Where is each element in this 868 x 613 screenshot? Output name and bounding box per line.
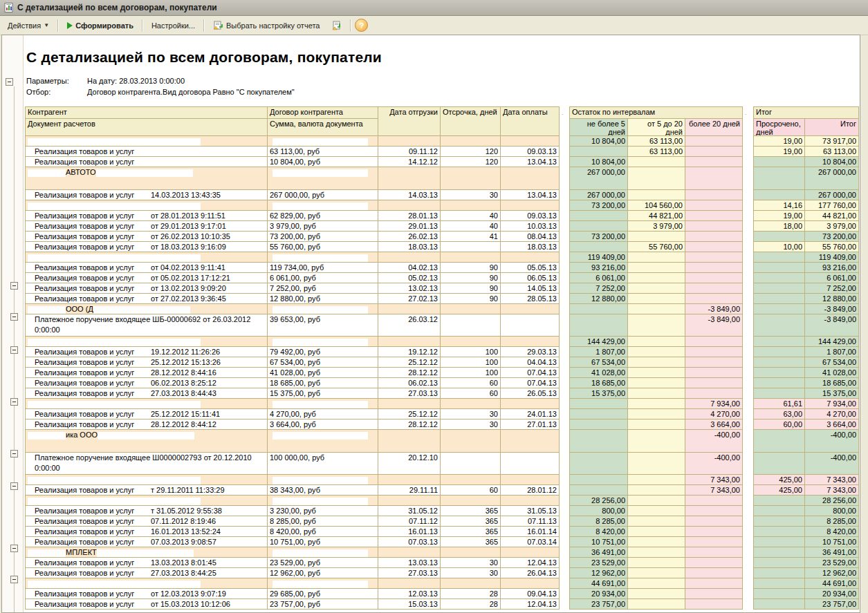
spacer-cell	[560, 304, 569, 314]
redacted-text	[273, 306, 368, 314]
spacer-cell	[560, 378, 569, 388]
document-row[interactable]: Реализация товаров и услуг27.03.2013 8:4…	[25, 568, 860, 578]
group-row[interactable]: 73 200,00104 560,0014,16177 760,00	[25, 200, 860, 211]
header-intervals-group: Остаток по интервалам	[569, 106, 743, 119]
collapse-toggle-group[interactable]	[10, 482, 18, 490]
document-row[interactable]: Реализация товаров и услуг27.03.2013 8:4…	[25, 388, 860, 399]
pay-date-cell	[501, 200, 560, 211]
collapse-toggle-group[interactable]	[10, 313, 18, 321]
interval-over20-cell	[685, 190, 743, 200]
total-cell: 55 760,00	[805, 242, 859, 252]
document-row[interactable]: Реализация товаров и услуг25.12.2012 15:…	[25, 357, 860, 368]
spacer-cell	[560, 558, 569, 568]
interval-5to20-cell	[628, 558, 685, 568]
delay-days-cell: 90	[441, 283, 501, 294]
actions-button[interactable]: Действия ▼	[3, 19, 54, 32]
document-row[interactable]: Реализация товаров и услуг28.12.2012 8:4…	[25, 419, 860, 430]
document-row[interactable]: Реализация товаров и услуг07.03.2013 9:0…	[25, 537, 860, 547]
document-row[interactable]: Реализация товаров и услуг13.03.2013 8:0…	[25, 558, 860, 568]
interval-under5-cell: 23 529,00	[569, 558, 628, 568]
document-row[interactable]: Реализация товаров и услуг07.11.2012 8:1…	[25, 516, 860, 527]
document-row[interactable]: Реализация товаров и услугт 29.11.2011 1…	[25, 485, 860, 496]
document-row[interactable]: Реализация товаров и услуг10 804,00, руб…	[25, 157, 860, 167]
document-row[interactable]: Реализация товаров и услуг06.02.2013 8:2…	[25, 378, 860, 388]
document-row[interactable]: Реализация товаров и услугот 29.01.2013 …	[25, 221, 860, 232]
group-row[interactable]: 7 343,00425,007 343,00	[25, 475, 860, 485]
window-titlebar[interactable]: С детализацией по всем договорам, покупа…	[0, 0, 868, 16]
generate-button[interactable]: Сформировать	[62, 19, 138, 32]
document-row[interactable]: Реализация товаров и услуг25.12.2012 15:…	[25, 409, 860, 419]
document-row[interactable]: Реализация товаров и услугот 12.03.2013 …	[25, 589, 860, 599]
collapse-toggle-group[interactable]	[10, 282, 18, 290]
interval-5to20-cell	[628, 516, 685, 527]
group-row[interactable]: 119 409,00119 409,00	[25, 252, 860, 263]
interval-over20-cell	[685, 368, 743, 378]
document-row[interactable]: Реализация товаров и услугт 31.05.2012 9…	[25, 506, 860, 516]
document-row[interactable]: Реализация товаров и услуг19.12.2012 11:…	[25, 347, 860, 357]
document-row[interactable]: Реализация товаров и услугот 15.03.2013 …	[25, 599, 860, 610]
group-row[interactable]: 10 804,0063 113,0019,0073 917,00	[25, 136, 860, 147]
filter-label: Отбор:	[26, 86, 87, 97]
help-button[interactable]: ?	[355, 19, 368, 32]
document-row[interactable]: Реализация товаров и услугот 18.03.2013 …	[25, 242, 860, 252]
group-row[interactable]: АВТОТО267 000,00267 000,00	[25, 167, 860, 190]
report-content: С детализацией по всем договорам, покупа…	[24, 49, 860, 610]
group-row[interactable]: 28 256,0028 256,00	[25, 496, 860, 506]
document-datetime: 16.01.2013 13:52:24	[151, 527, 221, 536]
spacer-cell	[743, 337, 753, 347]
settings-button[interactable]: Настройки...	[147, 19, 200, 32]
ship-date-cell: 14.12.12	[378, 157, 441, 167]
pay-date-cell	[501, 399, 560, 409]
document-cell: Реализация товаров и услуг14.03.2013 13:…	[25, 190, 268, 200]
spacer-cell	[743, 368, 753, 378]
sum-currency-cell: 8 420,00, руб	[268, 527, 378, 537]
document-datetime: т 29.11.2011 11:33:29	[151, 485, 225, 495]
group-row[interactable]: 144 429,00144 429,00	[25, 337, 860, 347]
collapse-toggle-root[interactable]	[6, 78, 13, 86]
collapse-toggle-group[interactable]	[10, 576, 18, 583]
contract-cell	[268, 475, 378, 485]
redacted-text	[96, 169, 193, 177]
document-row[interactable]: Реализация товаров и услуг16.01.2013 13:…	[25, 527, 860, 537]
interval-over20-cell	[685, 242, 743, 252]
document-row[interactable]: Реализация товаров и услуг63 113,00, руб…	[25, 147, 860, 157]
spacer-cell	[743, 547, 753, 558]
document-row[interactable]: Реализация товаров и услугот 04.02.2013 …	[25, 263, 860, 273]
redacted-text	[97, 549, 194, 557]
document-row[interactable]: Реализация товаров и услугот 05.02.2013 …	[25, 273, 860, 283]
overdue-days-cell: 61,61	[753, 399, 805, 409]
document-row[interactable]: Платежное поручение входящее ШБ-00000692…	[25, 314, 860, 337]
sum-currency-cell: 4 270,00, руб	[268, 409, 378, 419]
collapse-toggle-group[interactable]	[10, 398, 18, 406]
save-report-setting-button[interactable]	[326, 19, 347, 32]
document-row[interactable]: Реализация товаров и услугот 27.02.2013 …	[25, 294, 860, 304]
group-row[interactable]: 44 691,0044 691,00	[25, 578, 860, 589]
interval-over20-cell	[685, 211, 743, 221]
document-datetime: от 27.02.2013 9:36:45	[151, 294, 226, 303]
document-cell: Реализация товаров и услуг27.03.2013 8:4…	[25, 568, 268, 578]
group-row[interactable]: ика ООО-400,00-400,00	[25, 430, 860, 453]
interval-under5-cell: 144 429,00	[569, 337, 628, 347]
document-row[interactable]: Реализация товаров и услуг28.12.2012 8:4…	[25, 368, 860, 378]
document-row[interactable]: Реализация товаров и услугот 28.01.2013 …	[25, 211, 860, 221]
delay-days-cell: 30	[441, 409, 501, 419]
total-cell: 3 664,00	[805, 419, 859, 430]
spacer-cell	[743, 200, 753, 211]
group-row[interactable]: 7 934,0061,617 934,00	[25, 399, 860, 409]
collapse-toggle-group[interactable]	[10, 346, 18, 354]
group-row[interactable]: ООО (Д-3 849,00-3 849,00	[25, 304, 860, 314]
header-interval-under5: не более 5 дней	[569, 119, 628, 136]
collapse-toggle-group[interactable]	[10, 545, 18, 552]
document-row[interactable]: Реализация товаров и услугот 13.02.2013 …	[25, 283, 860, 294]
document-row[interactable]: Реализация товаров и услуг14.03.2013 13:…	[25, 190, 860, 200]
contractor-cell	[25, 252, 268, 263]
document-row[interactable]: Платежное поручение входящее Ш0000002793…	[25, 453, 860, 475]
choose-report-setting-button[interactable]: Выбрать настройку отчета	[208, 19, 324, 32]
overdue-days-cell	[753, 357, 805, 368]
redacted-text	[273, 169, 368, 177]
group-row[interactable]: МПЛЕКТ36 491,0036 491,00	[25, 547, 860, 558]
total-cell: 93 216,00	[805, 263, 859, 273]
document-row[interactable]: Реализация товаров и услугот 26.02.2013 …	[25, 232, 860, 242]
collapse-toggle-group[interactable]	[10, 450, 18, 458]
toolbar-separator	[57, 19, 59, 32]
